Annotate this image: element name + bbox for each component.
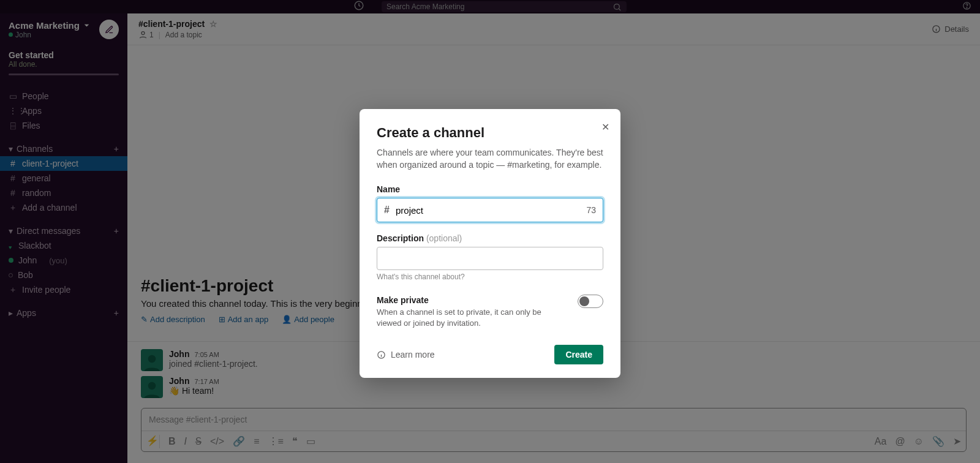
char-count: 73: [586, 205, 596, 215]
private-toggle[interactable]: [578, 295, 603, 308]
private-label: Make private: [377, 295, 429, 305]
create-button[interactable]: Create: [554, 345, 603, 364]
channel-name-input[interactable]: [377, 198, 603, 222]
hash-icon: #: [384, 205, 390, 216]
info-icon: [377, 350, 386, 359]
description-hint: What's this channel about?: [377, 273, 603, 281]
learn-more-link[interactable]: Learn more: [377, 350, 435, 359]
modal-description: Channels are where your team communicate…: [377, 147, 603, 171]
private-desc: When a channel is set to private, it can…: [377, 307, 541, 328]
name-label: Name: [377, 184, 603, 194]
close-icon[interactable]: ✕: [601, 121, 609, 133]
channel-description-input[interactable]: [377, 247, 603, 270]
create-channel-modal: ✕ Create a channel Channels are where yo…: [360, 109, 620, 378]
modal-title: Create a channel: [377, 125, 603, 141]
description-label: Description (optional): [377, 233, 603, 243]
